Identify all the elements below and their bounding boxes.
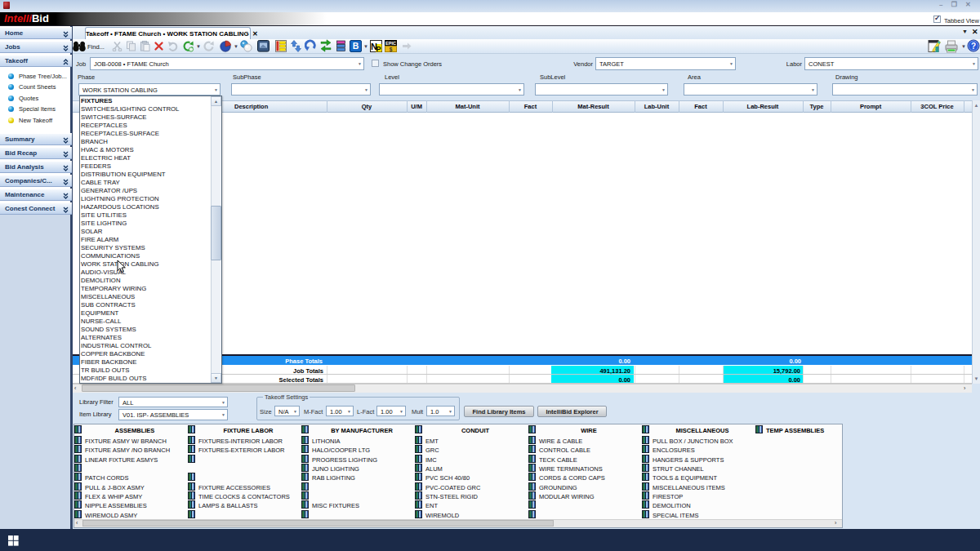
svg-text:P: P — [376, 45, 381, 53]
svg-text:?: ? — [971, 42, 976, 51]
svg-text:$: $ — [390, 47, 393, 52]
svg-text:B: B — [353, 41, 359, 51]
svg-text:EPIC: EPIC — [385, 41, 396, 46]
